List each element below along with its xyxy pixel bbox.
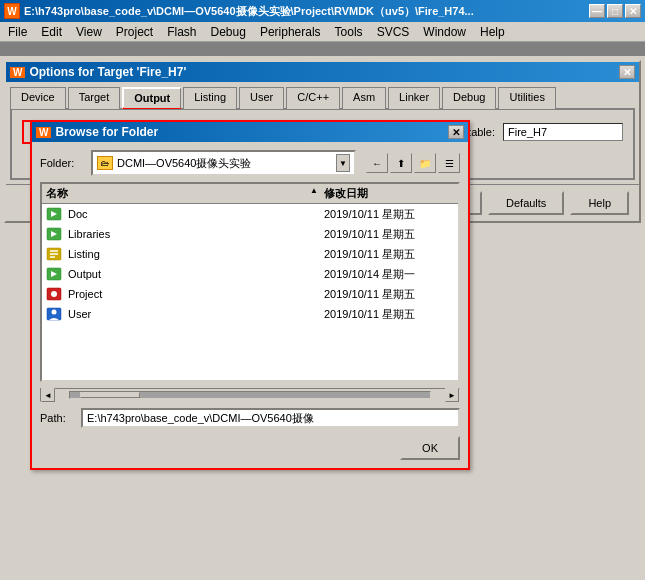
folder-selector[interactable]: 🗁 DCMI—OV5640摄像头实验 ▼ xyxy=(91,150,356,176)
svg-point-7 xyxy=(52,310,57,315)
menu-flash[interactable]: Flash xyxy=(161,24,202,40)
help-button[interactable]: Help xyxy=(570,191,629,215)
list-item[interactable]: Project 2019/10/11 星期五 xyxy=(42,284,458,304)
menu-svcs[interactable]: SVCS xyxy=(371,24,416,40)
file-date-output: 2019/10/14 星期一 xyxy=(324,267,454,282)
app-icon: W xyxy=(4,3,20,19)
column-date: 修改日期 xyxy=(324,186,454,201)
browse-buttons-row: OK xyxy=(40,436,460,460)
list-item[interactable]: Listing 2019/10/11 星期五 xyxy=(42,244,458,264)
folder-row: Folder: 🗁 DCMI—OV5640摄像头实验 ▼ ← ⬆ 📁 ☰ xyxy=(40,150,460,176)
folder-dropdown-arrow[interactable]: ▼ xyxy=(336,154,350,172)
horizontal-scrollbar[interactable]: ◄ ► xyxy=(40,388,460,402)
browse-icon: W xyxy=(36,127,51,138)
tab-asm[interactable]: Asm xyxy=(342,87,386,109)
browse-title: Browse for Folder xyxy=(55,125,158,139)
maximize-button[interactable]: □ xyxy=(607,4,623,18)
menu-project[interactable]: Project xyxy=(110,24,159,40)
tab-user[interactable]: User xyxy=(239,87,284,109)
browse-ok-button[interactable]: OK xyxy=(400,436,460,460)
file-icon-libraries xyxy=(46,226,64,242)
file-date-listing: 2019/10/11 星期五 xyxy=(324,247,454,262)
menu-help[interactable]: Help xyxy=(474,24,511,40)
column-name: 名称 xyxy=(46,186,310,201)
menu-edit[interactable]: Edit xyxy=(35,24,68,40)
menu-debug[interactable]: Debug xyxy=(205,24,252,40)
menu-tools[interactable]: Tools xyxy=(329,24,369,40)
file-date-libraries: 2019/10/11 星期五 xyxy=(324,227,454,242)
tab-output[interactable]: Output xyxy=(122,87,181,109)
up-button[interactable]: ⬆ xyxy=(390,153,412,173)
options-close-button[interactable]: ✕ xyxy=(619,65,635,79)
folder-name: DCMI—OV5640摄像头实验 xyxy=(117,156,251,171)
list-item[interactable]: Doc 2019/10/11 星期五 xyxy=(42,204,458,224)
scroll-left-arrow[interactable]: ◄ xyxy=(41,388,55,402)
browse-close-button[interactable]: ✕ xyxy=(448,125,464,139)
close-button[interactable]: ✕ xyxy=(625,4,641,18)
menu-bar: File Edit View Project Flash Debug Perip… xyxy=(0,22,645,42)
menu-window[interactable]: Window xyxy=(417,24,472,40)
browse-for-folder-dialog: W Browse for Folder ✕ Folder: 🗁 DCMI—OV5… xyxy=(30,120,470,470)
file-list-header: 名称 ▲ 修改日期 xyxy=(42,184,458,204)
list-item[interactable]: Libraries 2019/10/11 星期五 xyxy=(42,224,458,244)
file-name-project: Project xyxy=(68,288,324,300)
tab-debug[interactable]: Debug xyxy=(442,87,496,109)
minimize-button[interactable]: — xyxy=(589,4,605,18)
window-controls: — □ ✕ xyxy=(589,4,641,18)
sort-arrow: ▲ xyxy=(310,186,318,201)
path-row: Path: xyxy=(40,408,460,428)
path-label: Path: xyxy=(40,412,75,424)
menu-view[interactable]: View xyxy=(70,24,108,40)
svg-point-5 xyxy=(51,291,57,297)
file-name-doc: Doc xyxy=(68,208,324,220)
file-icon-listing xyxy=(46,246,64,262)
file-date-doc: 2019/10/11 星期五 xyxy=(324,207,454,222)
browse-title-bar: W Browse for Folder ✕ xyxy=(32,122,468,142)
tab-device[interactable]: Device xyxy=(10,87,66,109)
view-button[interactable]: ☰ xyxy=(438,153,460,173)
menu-peripherals[interactable]: Peripherals xyxy=(254,24,327,40)
tab-cpp[interactable]: C/C++ xyxy=(286,87,340,109)
file-list-container: 名称 ▲ 修改日期 Doc 2019/10/11 星期五 Libra xyxy=(40,182,460,382)
options-title: Options for Target 'Fire_H7' xyxy=(29,65,186,79)
tab-listing[interactable]: Listing xyxy=(183,87,237,109)
folder-icon: 🗁 xyxy=(97,156,113,170)
browse-content: Folder: 🗁 DCMI—OV5640摄像头实验 ▼ ← ⬆ 📁 ☰ 名称 xyxy=(32,142,468,468)
scroll-thumb[interactable] xyxy=(80,392,140,398)
path-input[interactable] xyxy=(81,408,460,428)
file-icon-doc xyxy=(46,206,64,222)
defaults-button[interactable]: Defaults xyxy=(488,191,564,215)
file-name-output: Output xyxy=(68,268,324,280)
back-button[interactable]: ← xyxy=(366,153,388,173)
tab-target[interactable]: Target xyxy=(68,87,121,109)
list-item[interactable]: Output 2019/10/14 星期一 xyxy=(42,264,458,284)
tabs-bar: Device Target Output Listing User C/C++ … xyxy=(6,82,639,108)
tab-linker[interactable]: Linker xyxy=(388,87,440,109)
file-name-listing: Listing xyxy=(68,248,324,260)
menu-file[interactable]: File xyxy=(2,24,33,40)
toolbar-area xyxy=(0,42,645,56)
file-name-libraries: Libraries xyxy=(68,228,324,240)
scroll-right-arrow[interactable]: ► xyxy=(445,388,459,402)
scroll-track[interactable] xyxy=(69,391,431,399)
file-date-project: 2019/10/11 星期五 xyxy=(324,287,454,302)
file-icon-project xyxy=(46,286,64,302)
options-icon: W xyxy=(10,67,25,78)
tab-utilities[interactable]: Utilities xyxy=(498,87,555,109)
browse-toolbar: ← ⬆ 📁 ☰ xyxy=(366,153,460,173)
file-icon-output xyxy=(46,266,64,282)
list-item[interactable]: User 2019/10/11 星期五 xyxy=(42,304,458,324)
file-date-user: 2019/10/11 星期五 xyxy=(324,307,454,322)
main-window-title: E:\h743pro\base_code_v\DCMI—OV5640摄像头实验\… xyxy=(24,4,474,19)
options-title-bar: W Options for Target 'Fire_H7' ✕ xyxy=(6,62,639,82)
file-icon-user xyxy=(46,306,64,322)
main-title-bar: W E:\h743pro\base_code_v\DCMI—OV5640摄像头实… xyxy=(0,0,645,22)
folder-label: Folder: xyxy=(40,157,85,169)
executable-name-input[interactable] xyxy=(503,123,623,141)
file-name-user: User xyxy=(68,308,324,320)
new-folder-button[interactable]: 📁 xyxy=(414,153,436,173)
